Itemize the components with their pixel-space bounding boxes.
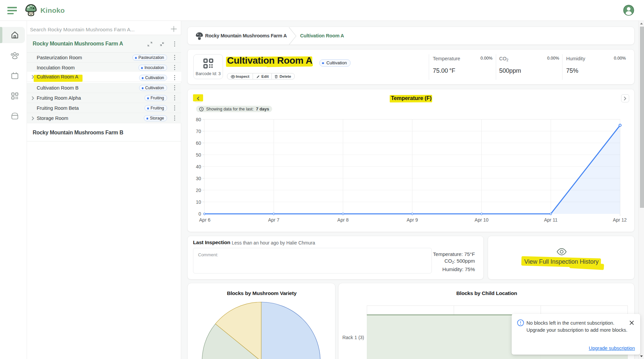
svg-text:Apr 12: Apr 12 — [613, 217, 626, 223]
svg-text:Apr 8: Apr 8 — [337, 217, 349, 223]
svg-text:50: 50 — [196, 152, 201, 158]
svg-text:Apr 7: Apr 7 — [268, 217, 280, 223]
svg-text:Rack 1 (3): Rack 1 (3) — [342, 335, 364, 340]
svg-text:Apr 10: Apr 10 — [475, 217, 488, 223]
svg-text:40: 40 — [196, 164, 201, 169]
svg-text:Apr 11: Apr 11 — [544, 217, 557, 223]
svg-text:20: 20 — [196, 188, 201, 193]
svg-text:60: 60 — [196, 140, 201, 146]
svg-text:0: 0 — [198, 211, 201, 217]
svg-text:80: 80 — [196, 117, 201, 122]
svg-text:70: 70 — [196, 129, 201, 134]
svg-text:10: 10 — [196, 199, 201, 205]
svg-text:Apr 9: Apr 9 — [407, 217, 418, 223]
svg-text:Apr 6: Apr 6 — [199, 217, 211, 223]
svg-text:30: 30 — [196, 176, 201, 181]
